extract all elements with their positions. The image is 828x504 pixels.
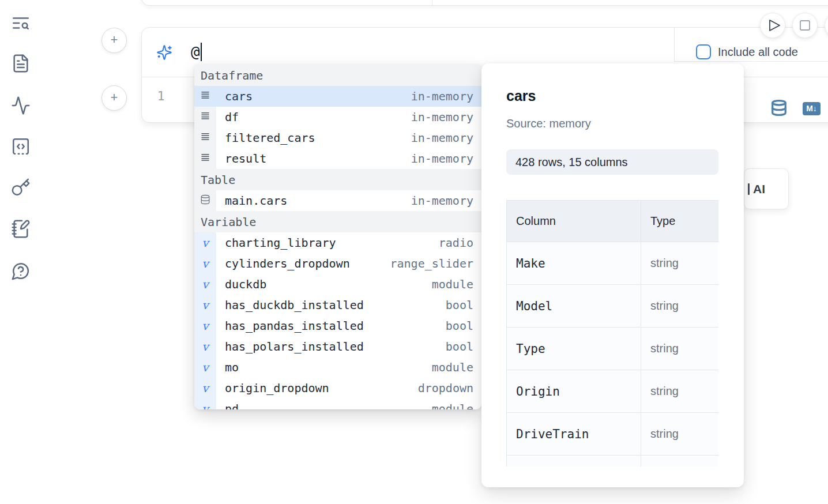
variable-icon: v <box>194 398 216 409</box>
completion-item[interactable]: carsin-memory <box>194 86 481 107</box>
variable-icon-glyph: v <box>202 298 208 312</box>
completion-item-body: origin_dropdowndropdown <box>216 378 481 398</box>
completion-item-type: in-memory <box>401 194 473 208</box>
completion-item-body: main.carsin-memory <box>216 190 481 211</box>
include-all-code-label: Include all code <box>718 46 798 59</box>
completion-item-body: has_duckdb_installedbool <box>216 295 481 315</box>
file-text-icon[interactable] <box>11 54 31 73</box>
dataframe-glyph <box>200 152 210 165</box>
datasource-icon[interactable] <box>770 98 788 118</box>
completion-item-name: main.cars <box>225 194 287 208</box>
dataframe-icon <box>194 148 216 169</box>
completion-item[interactable]: vmomodule <box>194 357 481 378</box>
notebook-pen-icon[interactable] <box>11 219 31 239</box>
variable-icon: v <box>194 253 216 274</box>
preview-title: cars <box>506 88 536 104</box>
clipped-text-fragment <box>748 183 750 195</box>
divider <box>674 28 675 61</box>
completion-item[interactable]: vpdmodule <box>194 398 481 409</box>
line-number: 1 <box>152 89 170 103</box>
prompt-text: @ <box>191 43 200 61</box>
completion-item-body: resultin-memory <box>216 148 481 169</box>
completion-section-header: Variable <box>194 211 481 232</box>
schema-header-cell: Type <box>641 201 719 242</box>
add-cell-button-bottom[interactable]: + <box>101 85 127 111</box>
completion-item[interactable]: vduckdbmodule <box>194 274 481 295</box>
schema-column-type <box>641 456 719 467</box>
variable-icon: v <box>194 378 216 398</box>
completion-item[interactable]: main.carsin-memory <box>194 190 481 211</box>
completion-item-name: pd <box>225 402 239 409</box>
schema-row: Typestring <box>507 328 719 370</box>
completion-item-body: momodule <box>216 357 481 378</box>
key-icon[interactable] <box>11 178 31 197</box>
completion-item-name: mo <box>225 360 239 374</box>
completion-item-type: module <box>421 277 473 291</box>
preview-source: Source: memory <box>506 117 591 130</box>
completion-item[interactable]: dfin-memory <box>194 107 481 127</box>
completion-item-type: in-memory <box>401 131 473 145</box>
completion-item-type: module <box>421 402 473 409</box>
completion-item[interactable]: vcharting_libraryradio <box>194 232 481 253</box>
help-circle-icon[interactable] <box>11 261 31 281</box>
include-all-code-checkbox[interactable] <box>696 44 711 59</box>
stop-button[interactable] <box>792 13 818 38</box>
completion-item-name: result <box>225 152 266 166</box>
dataframe-glyph <box>200 111 210 123</box>
variable-icon: v <box>194 315 216 336</box>
variable-icon-glyph: v <box>202 319 208 333</box>
add-cell-button-top[interactable]: + <box>101 28 127 53</box>
schema-header-cell: Column <box>507 201 641 242</box>
completion-item-name: cylinders_dropdown <box>225 257 350 270</box>
completion-item-type: in-memory <box>401 152 473 166</box>
completion-section-header: Table <box>194 169 481 190</box>
activity-icon[interactable] <box>11 96 31 115</box>
schema-row: DriveTrainstring <box>507 413 719 456</box>
completion-item[interactable]: resultin-memory <box>194 148 481 169</box>
variable-icon: v <box>194 274 216 295</box>
dataframe-icon <box>194 86 216 107</box>
completion-item-type: bool <box>435 319 473 333</box>
completion-item-type: range_slider <box>380 257 474 270</box>
completion-item-body: duckdbmodule <box>216 274 481 295</box>
ai-action-card[interactable]: AI <box>744 168 789 209</box>
schema-column-name <box>507 456 641 467</box>
variable-icon-glyph: v <box>202 381 208 395</box>
variable-icon-glyph: v <box>202 277 208 291</box>
shape-badge: 428 rows, 15 columns <box>506 149 718 175</box>
schema-table: ColumnType MakestringModelstringTypestri… <box>506 200 718 467</box>
dataframe-glyph <box>200 131 210 144</box>
variable-icon-glyph: v <box>202 360 208 374</box>
markdown-icon[interactable]: M↓ <box>803 102 821 115</box>
ai-prompt-input[interactable]: @ <box>191 43 202 61</box>
text-cursor <box>201 43 202 61</box>
text-search-icon[interactable] <box>11 13 31 33</box>
previous-cell-edge <box>141 0 828 6</box>
completion-item[interactable]: vhas_polars_installedbool <box>194 336 481 357</box>
completion-item[interactable]: filtered_carsin-memory <box>194 127 481 148</box>
completion-dropdown: Dataframecarsin-memorydfin-memoryfiltere… <box>194 65 481 409</box>
completion-item-type: in-memory <box>401 89 473 103</box>
previous-cell-divider <box>432 0 432 6</box>
include-all-code-option[interactable]: Include all code <box>696 44 798 59</box>
variable-icon: v <box>194 357 216 378</box>
completion-item-type: bool <box>435 340 473 353</box>
schema-row: Modelstring <box>507 285 719 328</box>
completion-item-type: bool <box>435 298 473 312</box>
completion-item-type: radio <box>428 236 473 250</box>
run-cell-button[interactable] <box>760 13 785 38</box>
completion-item[interactable]: vcylinders_dropdownrange_slider <box>194 253 481 274</box>
variable-icon-glyph: v <box>202 257 208 270</box>
completion-item[interactable]: vhas_pandas_installedbool <box>194 315 481 336</box>
schema-column-name: DriveTrain <box>507 413 641 456</box>
completion-item-body: carsin-memory <box>216 86 481 107</box>
code-square-icon[interactable] <box>11 137 31 156</box>
schema-row: Originstring <box>507 370 719 413</box>
schema-column-name: Make <box>507 242 641 285</box>
sidebar <box>0 0 42 504</box>
completion-item-name: cars <box>225 89 253 103</box>
completion-item-body: pdmodule <box>216 398 481 409</box>
completion-item[interactable]: vorigin_dropdowndropdown <box>194 378 481 398</box>
completion-item[interactable]: vhas_duckdb_installedbool <box>194 295 481 315</box>
dataframe-icon <box>194 127 216 148</box>
